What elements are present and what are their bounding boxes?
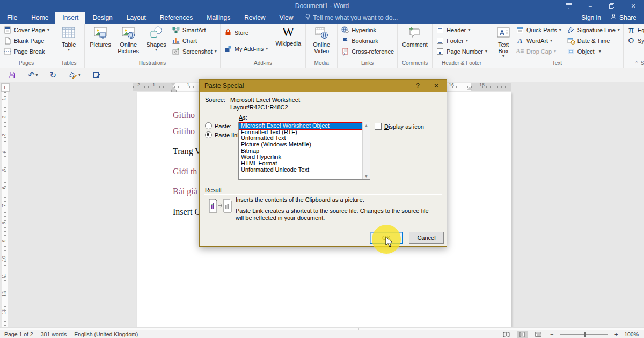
chart-button[interactable]: Chart xyxy=(170,35,218,46)
list-item[interactable]: Picture (Windows Metafile) xyxy=(239,142,362,148)
tab-layout[interactable]: Layout xyxy=(120,12,153,24)
right-indent-marker[interactable] xyxy=(467,87,472,90)
cross-reference-button[interactable]: Cross-reference xyxy=(339,46,396,57)
signature-line-button[interactable]: Signature Line▾ xyxy=(565,25,621,35)
symbol-button[interactable]: Ω Symbol▾ xyxy=(625,35,644,46)
shapes-button[interactable]: Shapes▾ xyxy=(142,25,170,52)
ribbon-tabs: FileHomeInsertDesignLayoutReferencesMail… xyxy=(0,12,300,24)
pictures-button[interactable]: Pictures xyxy=(86,25,114,48)
list-item[interactable]: Unformatted Unicode Text xyxy=(239,167,362,173)
paste-link-radio[interactable]: Paste link: xyxy=(205,131,242,138)
page-break-button[interactable]: Page Break xyxy=(2,46,51,57)
checkbox-box[interactable] xyxy=(375,123,382,130)
group-label-comments: Comments xyxy=(399,60,430,68)
paste-as-listbox[interactable]: Microsoft Excel Worksheet ObjectFormatte… xyxy=(238,122,370,180)
tell-me-box[interactable]: Tell me what you want to do... xyxy=(305,12,398,24)
print-layout-button[interactable] xyxy=(517,331,528,338)
collapse-ribbon-icon[interactable]: ⌃ xyxy=(634,61,639,66)
table-button[interactable]: Table▾ xyxy=(55,25,83,52)
dialog-close-icon[interactable]: ✕ xyxy=(434,82,439,90)
group-label-text: Text xyxy=(493,60,621,68)
online-video-button[interactable]: Online Video xyxy=(308,25,335,54)
sign-in-button[interactable]: Sign in xyxy=(581,14,601,21)
display-as-icon-checkbox[interactable]: Display as icon xyxy=(375,123,424,130)
minimize-icon[interactable]: – xyxy=(580,0,601,12)
undo-button[interactable]: ↶▾ xyxy=(28,71,38,79)
save-button[interactable] xyxy=(8,71,16,79)
paste-link-radio-circle[interactable] xyxy=(205,131,212,138)
first-line-indent-marker[interactable] xyxy=(171,83,176,86)
drop-cap-button[interactable]: A≡ Drop Cap▾ xyxy=(514,46,563,57)
tab-mailings[interactable]: Mailings xyxy=(200,12,237,24)
zoom-slider-thumb[interactable] xyxy=(584,332,586,337)
store-button[interactable]: Store xyxy=(222,27,269,38)
share-button[interactable]: Share xyxy=(611,14,636,21)
object-button[interactable]: Object▾ xyxy=(565,46,621,57)
document-text[interactable]: Insert C xyxy=(173,207,200,217)
word-count[interactable]: 381 words xyxy=(41,331,67,337)
hyperlink-button[interactable]: Hyperlink xyxy=(339,25,396,35)
blank-page-button[interactable]: Blank Page xyxy=(2,35,51,46)
web-layout-button[interactable] xyxy=(533,331,544,338)
paste-radio[interactable]: Paste: xyxy=(205,122,231,129)
tab-design[interactable]: Design xyxy=(85,12,119,24)
bookmark-button[interactable]: Bookmark xyxy=(339,35,396,46)
scroll-down-icon[interactable]: ▼ xyxy=(364,174,368,178)
document-hyperlink[interactable]: Giới th xyxy=(173,167,197,177)
group-label-addins: Add-ins xyxy=(222,60,304,68)
list-item[interactable]: Microsoft Excel Worksheet Object xyxy=(239,123,362,129)
scroll-up-icon[interactable]: ▲ xyxy=(364,123,368,127)
zoom-out-button[interactable]: − xyxy=(549,331,554,337)
header-button[interactable]: Header▾ xyxy=(434,25,489,35)
page-indicator[interactable]: Page 1 of 2 xyxy=(4,331,33,337)
equation-button[interactable]: π Equation▾ xyxy=(625,25,644,35)
document-hyperlink[interactable]: Bài giả xyxy=(173,187,197,196)
draw-shape-button[interactable]: ▾ xyxy=(68,71,80,79)
shape-pen-icon xyxy=(68,71,77,79)
my-add-ins-button[interactable]: My Add-ins▾ xyxy=(222,43,269,54)
tab-insert[interactable]: Insert xyxy=(55,12,85,24)
vertical-ruler[interactable]: 12345678910111213 xyxy=(0,92,10,327)
ribbon-display-options-icon[interactable] xyxy=(558,0,580,12)
zoom-level[interactable]: 100% xyxy=(624,331,639,337)
date-time-icon xyxy=(567,36,575,45)
tab-references[interactable]: References xyxy=(153,12,200,24)
dialog-title-bar[interactable]: Paste Special ? ✕ xyxy=(200,80,447,92)
document-hyperlink[interactable]: Gitiho xyxy=(173,111,195,120)
chart-icon xyxy=(172,36,180,45)
document-hyperlink[interactable]: Gitiho xyxy=(173,127,195,136)
ruler-number: 1 xyxy=(1,96,6,102)
screenshot-button[interactable]: Screenshot▾ xyxy=(170,46,218,57)
cancel-button[interactable]: Cancel xyxy=(409,232,444,244)
dialog-help-icon[interactable]: ? xyxy=(416,82,420,90)
redo-button[interactable]: ↻ xyxy=(50,71,57,79)
online-pictures-button[interactable]: Online Pictures xyxy=(114,25,142,54)
read-mode-button[interactable] xyxy=(501,331,511,338)
paste-radio-circle[interactable] xyxy=(205,122,212,129)
tab-home[interactable]: Home xyxy=(24,12,55,24)
zoom-in-button[interactable]: + xyxy=(613,331,619,337)
tab-selector[interactable]: L xyxy=(1,83,10,92)
cover-page-button[interactable]: Cover Page▾ xyxy=(2,25,51,35)
tab-view[interactable]: View xyxy=(273,12,301,24)
wordart-button[interactable]: A WordArt▾ xyxy=(514,35,563,46)
wikipedia-button[interactable]: W Wikipedia xyxy=(273,25,304,47)
tab-file[interactable]: File xyxy=(0,12,24,24)
listbox-scrollbar[interactable]: ▲ ▼ xyxy=(362,122,370,179)
language-indicator[interactable]: English (United Kingdom) xyxy=(74,331,138,337)
comment-button[interactable]: Comment xyxy=(399,25,430,48)
restore-icon[interactable] xyxy=(601,0,623,12)
smartart-button[interactable]: SmartArt xyxy=(170,25,218,35)
footer-button[interactable]: Footer▾ xyxy=(434,35,489,46)
zoom-slider[interactable] xyxy=(560,331,608,338)
document-text[interactable]: Trang V xyxy=(173,146,201,156)
quick-parts-button[interactable]: Quick Parts▾ xyxy=(514,25,563,35)
text-box-button[interactable]: Text Box▾ xyxy=(493,25,514,58)
page-number-button[interactable]: Page Number▾ xyxy=(434,46,489,57)
edit-button[interactable] xyxy=(92,71,101,79)
date-time-button[interactable]: Date & Time xyxy=(565,35,621,46)
group-label-header-footer: Header & Footer xyxy=(434,60,489,68)
ruler-number: 2 xyxy=(137,82,140,87)
close-icon[interactable]: ✕ xyxy=(623,0,644,12)
tab-review[interactable]: Review xyxy=(237,12,272,24)
